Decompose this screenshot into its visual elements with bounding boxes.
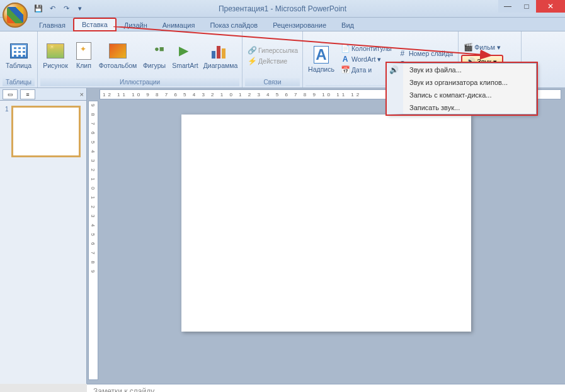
picture-icon — [45, 41, 66, 61]
undo-icon[interactable]: ↶ — [47, 3, 58, 14]
picture-button[interactable]: Рисунок — [40, 34, 71, 77]
shapes-button[interactable]: Фигуры — [140, 34, 169, 77]
action-icon: ⚡ — [248, 57, 256, 65]
movie-button[interactable]: 🎬 Фильм ▾ — [461, 42, 503, 52]
group-tables: Таблица Таблицы — [0, 31, 38, 87]
tab-design[interactable]: Дизайн — [117, 20, 155, 31]
tab-view[interactable]: Вид — [334, 20, 362, 31]
group-illustrations: Рисунок Клип Фотоальбом Фигуры SmartArt … — [38, 31, 243, 87]
vertical-ruler: 9 8 7 6 5 4 3 2 1 0 1 2 3 4 5 6 7 8 9 — [88, 101, 98, 380]
slide-number-icon: # — [398, 49, 407, 58]
group-links-label: Связи — [245, 78, 300, 86]
slide-editor: 12 11 10 9 8 7 6 5 4 3 2 1 0 1 2 3 4 5 6… — [87, 88, 565, 384]
window-controls: — □ ✕ — [498, 0, 565, 13]
workspace: ▭ ≡ × 1 12 11 10 9 8 7 6 5 4 3 2 1 0 1 2… — [0, 88, 565, 384]
movie-icon: 🎬 — [464, 43, 472, 52]
smartart-icon — [175, 41, 195, 61]
slide-canvas-area[interactable] — [181, 115, 471, 332]
slide-thumbnail-1[interactable]: 1 — [0, 101, 86, 162]
slide-canvas[interactable] — [181, 115, 471, 332]
title-bar: 💾 ↶ ↷ ▾ Презентация1 - Microsoft PowerPo… — [0, 0, 565, 18]
ribbon-tabs: Главная Вставка Дизайн Анимация Показ сл… — [0, 18, 565, 31]
close-button[interactable]: ✕ — [536, 0, 565, 13]
date-icon: 📅 — [341, 65, 350, 74]
minimize-button[interactable]: — — [498, 0, 517, 13]
sound-from-organizer-item[interactable]: Звук из организатора клипов... — [403, 76, 536, 89]
tab-review[interactable]: Рецензирование — [265, 20, 334, 31]
album-icon — [108, 41, 128, 61]
record-sound-item[interactable]: Записать звук... — [403, 101, 536, 114]
tab-animation[interactable]: Анимация — [155, 20, 203, 31]
maximize-button[interactable]: □ — [517, 0, 536, 13]
shapes-icon — [144, 41, 164, 61]
smartart-button[interactable]: SmartArt — [170, 34, 200, 77]
group-links: 🔗 Гиперссылка ⚡ Действие Связи — [243, 31, 303, 87]
slides-tab[interactable]: ▭ — [3, 89, 18, 99]
sound-from-cd-item[interactable]: Запись с компакт-диска... — [403, 89, 536, 101]
photo-album-button[interactable]: Фотоальбом — [97, 34, 139, 77]
wordart-button[interactable]: A WordArt ▾ — [338, 54, 394, 64]
sound-dropdown-menu: 🔊 Звук из файла... Звук из организатора … — [387, 63, 537, 115]
chart-icon — [210, 41, 231, 61]
tab-slideshow[interactable]: Показ слайдов — [202, 20, 265, 31]
group-illustrations-label: Иллюстрации — [40, 78, 239, 86]
outline-tab[interactable]: ≡ — [20, 89, 35, 99]
table-label: Таблица — [6, 62, 31, 70]
header-footer-icon: 📄 — [341, 44, 350, 53]
table-icon — [9, 41, 29, 61]
save-icon[interactable]: 💾 — [33, 3, 44, 14]
textbox-icon: A — [311, 45, 331, 65]
slides-panel: ▭ ≡ × 1 — [0, 88, 87, 384]
slide-number-button[interactable]: # Номер слайда — [396, 48, 455, 59]
hyperlink-button[interactable]: 🔗 Гиперссылка — [245, 45, 300, 55]
clip-button[interactable]: Клип — [72, 34, 96, 77]
table-button[interactable]: Таблица — [3, 34, 35, 77]
qat-customize-icon[interactable]: ▾ — [74, 3, 86, 14]
sound-file-icon: 🔊 — [389, 65, 399, 74]
sound-from-file-item[interactable]: 🔊 Звук из файла... — [403, 64, 536, 76]
redo-icon[interactable]: ↷ — [60, 3, 72, 14]
chart-button[interactable]: Диаграмма — [202, 34, 239, 77]
date-time-button[interactable]: 📅 Дата и — [338, 65, 394, 75]
slides-panel-tabs: ▭ ≡ × — [0, 88, 86, 101]
tab-home[interactable]: Главная — [31, 20, 73, 31]
window-title: Презентация1 - Microsoft PowerPoint — [219, 4, 346, 13]
panel-close-icon[interactable]: × — [80, 91, 84, 98]
wordart-icon: A — [341, 55, 350, 64]
office-button[interactable] — [3, 3, 28, 28]
tab-insert[interactable]: Вставка — [73, 18, 117, 31]
action-button[interactable]: ⚡ Действие — [245, 56, 300, 66]
textbox-button[interactable]: A Надпись — [305, 38, 337, 81]
hyperlink-icon: 🔗 — [248, 46, 256, 55]
header-footer-button[interactable]: 📄 Колонтитулы — [338, 43, 394, 53]
clip-icon — [74, 41, 94, 61]
thumbnail-preview — [11, 106, 81, 157]
thumbnail-number: 1 — [5, 106, 9, 157]
quick-access-toolbar: 💾 ↶ ↷ ▾ — [33, 3, 86, 14]
notes-pane[interactable]: Заметки к слайду — [87, 384, 565, 392]
group-tables-label: Таблицы — [3, 78, 35, 86]
